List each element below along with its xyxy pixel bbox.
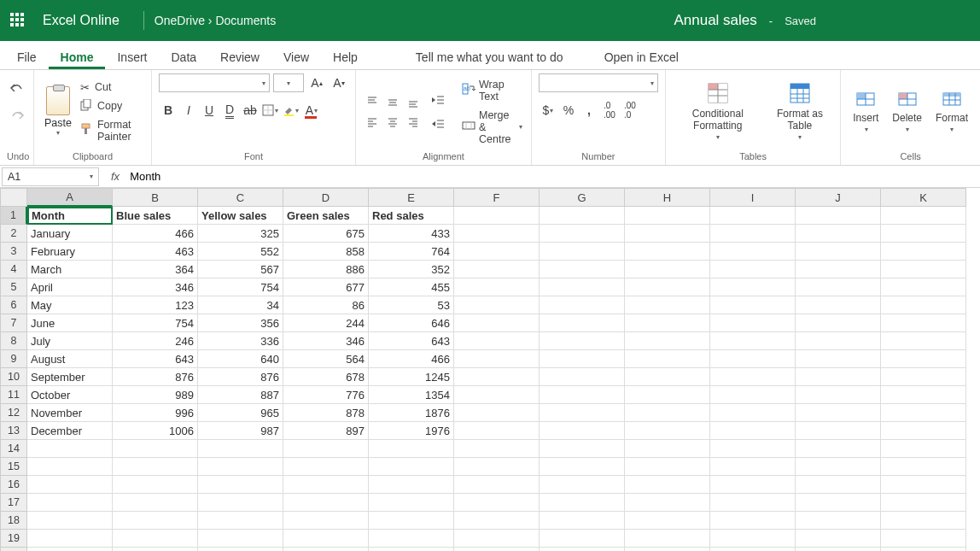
fx-icon[interactable]: fx bbox=[104, 170, 126, 183]
cell-A14[interactable] bbox=[27, 440, 113, 458]
cell-G15[interactable] bbox=[540, 458, 625, 476]
cell-C1[interactable]: Yellow sales bbox=[198, 207, 283, 225]
tab-insert[interactable]: Insert bbox=[105, 44, 159, 69]
cell-J20[interactable] bbox=[796, 548, 881, 551]
cell-A8[interactable]: July bbox=[27, 332, 113, 350]
cell-D3[interactable]: 858 bbox=[283, 243, 369, 261]
cell-E6[interactable]: 53 bbox=[369, 296, 454, 314]
grow-font-button[interactable]: A▴ bbox=[307, 73, 326, 92]
cell-G13[interactable] bbox=[540, 422, 625, 440]
cell-K6[interactable] bbox=[881, 296, 966, 314]
cell-F1[interactable] bbox=[454, 207, 540, 225]
cell-E18[interactable] bbox=[369, 512, 454, 530]
cell-K5[interactable] bbox=[881, 278, 966, 296]
cell-C5[interactable]: 754 bbox=[198, 278, 283, 296]
cell-F20[interactable] bbox=[454, 548, 540, 551]
font-color-button[interactable]: A▾ bbox=[302, 101, 321, 120]
col-head-G[interactable]: G bbox=[540, 188, 625, 207]
cell-F5[interactable] bbox=[454, 278, 540, 296]
cell-F8[interactable] bbox=[454, 332, 540, 350]
cell-D5[interactable]: 677 bbox=[283, 278, 369, 296]
cell-B1[interactable]: Blue sales bbox=[113, 207, 198, 225]
cell-J5[interactable] bbox=[796, 278, 881, 296]
underline-button[interactable]: U bbox=[200, 101, 219, 120]
formula-input[interactable] bbox=[126, 170, 980, 183]
cell-A18[interactable] bbox=[27, 512, 113, 530]
cell-G3[interactable] bbox=[540, 243, 625, 261]
cell-J7[interactable] bbox=[796, 314, 881, 332]
cell-E14[interactable] bbox=[369, 440, 454, 458]
cell-F9[interactable] bbox=[454, 350, 540, 368]
cell-I10[interactable] bbox=[710, 368, 796, 386]
col-head-I[interactable]: I bbox=[710, 188, 796, 207]
align-top-button[interactable] bbox=[363, 92, 382, 111]
col-head-E[interactable]: E bbox=[369, 188, 454, 207]
cell-C13[interactable]: 987 bbox=[198, 422, 283, 440]
cell-B20[interactable] bbox=[113, 548, 198, 551]
cell-F18[interactable] bbox=[454, 512, 540, 530]
cell-I4[interactable] bbox=[710, 261, 796, 278]
cell-H20[interactable] bbox=[625, 548, 710, 551]
row-head-2[interactable]: 2 bbox=[0, 225, 27, 243]
col-head-F[interactable]: F bbox=[454, 188, 540, 207]
cell-K19[interactable] bbox=[881, 530, 966, 548]
cell-A3[interactable]: February bbox=[27, 243, 113, 261]
cell-J2[interactable] bbox=[796, 225, 881, 243]
cell-D7[interactable]: 244 bbox=[283, 314, 369, 332]
cell-H6[interactable] bbox=[625, 296, 710, 314]
cell-E19[interactable] bbox=[369, 530, 454, 548]
cell-D16[interactable] bbox=[283, 476, 369, 494]
cell-E4[interactable]: 352 bbox=[369, 261, 454, 278]
cell-J10[interactable] bbox=[796, 368, 881, 386]
row-head-5[interactable]: 5 bbox=[0, 278, 27, 296]
cell-I16[interactable] bbox=[710, 476, 796, 494]
cell-I6[interactable] bbox=[710, 296, 796, 314]
cell-H5[interactable] bbox=[625, 278, 710, 296]
row-head-7[interactable]: 7 bbox=[0, 314, 27, 332]
cell-E13[interactable]: 1976 bbox=[369, 422, 454, 440]
cell-H9[interactable] bbox=[625, 350, 710, 368]
cell-G17[interactable] bbox=[540, 494, 625, 512]
cell-E9[interactable]: 466 bbox=[369, 350, 454, 368]
cell-E8[interactable]: 643 bbox=[369, 332, 454, 350]
number-format-combo[interactable]: ▾ bbox=[539, 73, 658, 92]
cell-G2[interactable] bbox=[540, 225, 625, 243]
cell-E12[interactable]: 1876 bbox=[369, 404, 454, 422]
cell-E15[interactable] bbox=[369, 458, 454, 476]
cell-B12[interactable]: 996 bbox=[113, 404, 198, 422]
cell-C10[interactable]: 876 bbox=[198, 368, 283, 386]
cell-J17[interactable] bbox=[796, 494, 881, 512]
cell-D2[interactable]: 675 bbox=[283, 225, 369, 243]
cell-C6[interactable]: 34 bbox=[198, 296, 283, 314]
align-right-button[interactable] bbox=[404, 113, 423, 132]
cell-D20[interactable] bbox=[283, 548, 369, 551]
cell-B5[interactable]: 346 bbox=[113, 278, 198, 296]
cell-A9[interactable]: August bbox=[27, 350, 113, 368]
cell-K2[interactable] bbox=[881, 225, 966, 243]
cell-D18[interactable] bbox=[283, 512, 369, 530]
cell-J8[interactable] bbox=[796, 332, 881, 350]
open-in-excel-button[interactable]: Open in Excel bbox=[592, 44, 691, 69]
row-head-6[interactable]: 6 bbox=[0, 296, 27, 314]
cell-J14[interactable] bbox=[796, 440, 881, 458]
cell-F16[interactable] bbox=[454, 476, 540, 494]
cell-C8[interactable]: 336 bbox=[198, 332, 283, 350]
decrease-indent-button[interactable] bbox=[429, 91, 448, 109]
col-head-B[interactable]: B bbox=[113, 188, 198, 207]
shrink-font-button[interactable]: A▾ bbox=[330, 73, 348, 92]
wrap-text-button[interactable]: abWrap Text bbox=[460, 78, 524, 103]
percent-format-button[interactable]: % bbox=[559, 101, 578, 120]
align-middle-button[interactable] bbox=[383, 92, 402, 111]
cell-D1[interactable]: Green sales bbox=[283, 207, 369, 225]
cell-A16[interactable] bbox=[27, 476, 113, 494]
cell-I3[interactable] bbox=[710, 243, 796, 261]
cell-C12[interactable]: 965 bbox=[198, 404, 283, 422]
col-head-J[interactable]: J bbox=[796, 188, 881, 207]
cell-B2[interactable]: 466 bbox=[113, 225, 198, 243]
cell-A6[interactable]: May bbox=[27, 296, 113, 314]
row-head-17[interactable]: 17 bbox=[0, 494, 27, 512]
cell-F11[interactable] bbox=[454, 386, 540, 404]
cell-J6[interactable] bbox=[796, 296, 881, 314]
paste-button[interactable]: Paste ▾ bbox=[41, 85, 75, 138]
cell-G7[interactable] bbox=[540, 314, 625, 332]
